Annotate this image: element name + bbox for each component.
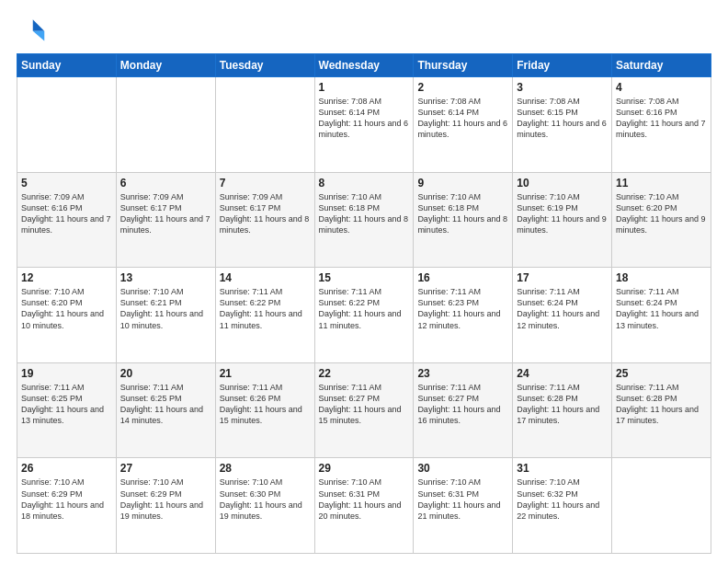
day-number: 13 [120, 271, 211, 284]
day-cell: 6Sunrise: 7:09 AM Sunset: 6:17 PM Daylig… [116, 172, 215, 268]
day-info: Sunrise: 7:11 AM Sunset: 6:26 PM Dayligh… [220, 382, 311, 427]
week-row-2: 5Sunrise: 7:09 AM Sunset: 6:16 PM Daylig… [17, 172, 711, 268]
day-number: 19 [21, 367, 112, 380]
day-info: Sunrise: 7:10 AM Sunset: 6:29 PM Dayligh… [21, 477, 112, 522]
day-cell: 28Sunrise: 7:10 AM Sunset: 6:30 PM Dayli… [215, 458, 314, 554]
day-info: Sunrise: 7:08 AM Sunset: 6:14 PM Dayligh… [319, 96, 410, 141]
day-info: Sunrise: 7:11 AM Sunset: 6:27 PM Dayligh… [417, 382, 508, 427]
day-cell: 1Sunrise: 7:08 AM Sunset: 6:14 PM Daylig… [314, 77, 414, 173]
week-row-3: 12Sunrise: 7:10 AM Sunset: 6:20 PM Dayli… [17, 268, 711, 363]
day-info: Sunrise: 7:11 AM Sunset: 6:25 PM Dayligh… [120, 382, 211, 427]
day-cell: 12Sunrise: 7:10 AM Sunset: 6:20 PM Dayli… [17, 268, 117, 363]
day-info: Sunrise: 7:08 AM Sunset: 6:15 PM Dayligh… [517, 96, 608, 141]
day-number: 2 [417, 81, 508, 94]
day-cell: 20Sunrise: 7:11 AM Sunset: 6:25 PM Dayli… [116, 362, 215, 458]
week-row-4: 19Sunrise: 7:11 AM Sunset: 6:25 PM Dayli… [17, 362, 711, 458]
day-number: 25 [616, 367, 707, 380]
day-info: Sunrise: 7:11 AM Sunset: 6:27 PM Dayligh… [319, 382, 410, 427]
page: SundayMondayTuesdayWednesdayThursdayFrid… [0, 0, 728, 563]
day-info: Sunrise: 7:08 AM Sunset: 6:16 PM Dayligh… [616, 96, 707, 141]
day-number: 30 [417, 462, 508, 475]
day-number: 24 [517, 367, 608, 380]
week-row-5: 26Sunrise: 7:10 AM Sunset: 6:29 PM Dayli… [17, 458, 711, 554]
day-cell [17, 77, 117, 173]
day-number: 1 [319, 81, 410, 94]
calendar-body: 1Sunrise: 7:08 AM Sunset: 6:14 PM Daylig… [17, 77, 711, 554]
day-info: Sunrise: 7:10 AM Sunset: 6:18 PM Dayligh… [417, 191, 508, 236]
day-number: 22 [319, 367, 410, 380]
day-cell: 22Sunrise: 7:11 AM Sunset: 6:27 PM Dayli… [314, 362, 414, 458]
logo [17, 15, 50, 44]
day-number: 31 [517, 462, 608, 475]
day-info: Sunrise: 7:10 AM Sunset: 6:18 PM Dayligh… [319, 191, 410, 236]
day-cell: 29Sunrise: 7:10 AM Sunset: 6:31 PM Dayli… [314, 458, 414, 554]
day-number: 12 [21, 271, 112, 284]
day-cell: 10Sunrise: 7:10 AM Sunset: 6:19 PM Dayli… [513, 172, 612, 268]
day-info: Sunrise: 7:10 AM Sunset: 6:31 PM Dayligh… [417, 477, 508, 522]
day-info: Sunrise: 7:11 AM Sunset: 6:24 PM Dayligh… [616, 286, 707, 331]
day-cell: 21Sunrise: 7:11 AM Sunset: 6:26 PM Dayli… [215, 362, 314, 458]
header-cell-monday: Monday [116, 54, 215, 77]
day-cell: 2Sunrise: 7:08 AM Sunset: 6:14 PM Daylig… [414, 77, 513, 173]
day-number: 17 [517, 271, 608, 284]
day-number: 4 [616, 81, 707, 94]
day-info: Sunrise: 7:08 AM Sunset: 6:14 PM Dayligh… [417, 96, 508, 141]
day-cell: 8Sunrise: 7:10 AM Sunset: 6:18 PM Daylig… [314, 172, 414, 268]
calendar-table: SundayMondayTuesdayWednesdayThursdayFrid… [17, 53, 711, 554]
day-cell: 31Sunrise: 7:10 AM Sunset: 6:32 PM Dayli… [513, 458, 612, 554]
day-cell: 25Sunrise: 7:11 AM Sunset: 6:28 PM Dayli… [612, 362, 711, 458]
day-cell: 26Sunrise: 7:10 AM Sunset: 6:29 PM Dayli… [17, 458, 117, 554]
day-cell: 23Sunrise: 7:11 AM Sunset: 6:27 PM Dayli… [414, 362, 513, 458]
day-number: 10 [517, 177, 608, 190]
day-cell [116, 77, 215, 173]
day-cell: 5Sunrise: 7:09 AM Sunset: 6:16 PM Daylig… [17, 172, 117, 268]
day-info: Sunrise: 7:11 AM Sunset: 6:23 PM Dayligh… [417, 286, 508, 331]
day-cell: 15Sunrise: 7:11 AM Sunset: 6:22 PM Dayli… [314, 268, 414, 363]
day-number: 27 [120, 462, 211, 475]
day-info: Sunrise: 7:11 AM Sunset: 6:28 PM Dayligh… [616, 382, 707, 427]
header-cell-sunday: Sunday [17, 54, 117, 77]
header-cell-saturday: Saturday [612, 54, 711, 77]
day-cell: 24Sunrise: 7:11 AM Sunset: 6:28 PM Dayli… [513, 362, 612, 458]
day-info: Sunrise: 7:10 AM Sunset: 6:32 PM Dayligh… [517, 477, 608, 522]
day-cell: 7Sunrise: 7:09 AM Sunset: 6:17 PM Daylig… [215, 172, 314, 268]
day-info: Sunrise: 7:10 AM Sunset: 6:31 PM Dayligh… [319, 477, 410, 522]
day-info: Sunrise: 7:10 AM Sunset: 6:30 PM Dayligh… [220, 477, 311, 522]
header-cell-friday: Friday [513, 54, 612, 77]
day-cell [215, 77, 314, 173]
day-cell: 19Sunrise: 7:11 AM Sunset: 6:25 PM Dayli… [17, 362, 117, 458]
day-number: 21 [220, 367, 311, 380]
day-number: 20 [120, 367, 211, 380]
day-info: Sunrise: 7:10 AM Sunset: 6:29 PM Dayligh… [120, 477, 211, 522]
day-cell: 4Sunrise: 7:08 AM Sunset: 6:16 PM Daylig… [612, 77, 711, 173]
day-number: 23 [417, 367, 508, 380]
day-info: Sunrise: 7:09 AM Sunset: 6:16 PM Dayligh… [21, 191, 112, 236]
day-info: Sunrise: 7:09 AM Sunset: 6:17 PM Dayligh… [220, 191, 311, 236]
header-cell-thursday: Thursday [414, 54, 513, 77]
day-number: 18 [616, 271, 707, 284]
day-number: 29 [319, 462, 410, 475]
day-number: 3 [517, 81, 608, 94]
calendar-header: SundayMondayTuesdayWednesdayThursdayFrid… [17, 54, 711, 77]
header-cell-tuesday: Tuesday [215, 54, 314, 77]
day-cell: 14Sunrise: 7:11 AM Sunset: 6:22 PM Dayli… [215, 268, 314, 363]
day-cell: 11Sunrise: 7:10 AM Sunset: 6:20 PM Dayli… [612, 172, 711, 268]
day-info: Sunrise: 7:10 AM Sunset: 6:19 PM Dayligh… [517, 191, 608, 236]
day-number: 14 [220, 271, 311, 284]
day-info: Sunrise: 7:11 AM Sunset: 6:24 PM Dayligh… [517, 286, 608, 331]
day-cell: 17Sunrise: 7:11 AM Sunset: 6:24 PM Dayli… [513, 268, 612, 363]
header-row: SundayMondayTuesdayWednesdayThursdayFrid… [17, 54, 711, 77]
day-number: 16 [417, 271, 508, 284]
week-row-1: 1Sunrise: 7:08 AM Sunset: 6:14 PM Daylig… [17, 77, 711, 173]
day-number: 15 [319, 271, 410, 284]
day-number: 8 [319, 177, 410, 190]
day-info: Sunrise: 7:10 AM Sunset: 6:21 PM Dayligh… [120, 286, 211, 331]
logo-icon [17, 15, 46, 44]
day-info: Sunrise: 7:09 AM Sunset: 6:17 PM Dayligh… [120, 191, 211, 236]
header [17, 15, 711, 44]
day-info: Sunrise: 7:11 AM Sunset: 6:25 PM Dayligh… [21, 382, 112, 427]
day-cell: 9Sunrise: 7:10 AM Sunset: 6:18 PM Daylig… [414, 172, 513, 268]
day-number: 7 [220, 177, 311, 190]
day-number: 6 [120, 177, 211, 190]
day-info: Sunrise: 7:11 AM Sunset: 6:22 PM Dayligh… [319, 286, 410, 331]
